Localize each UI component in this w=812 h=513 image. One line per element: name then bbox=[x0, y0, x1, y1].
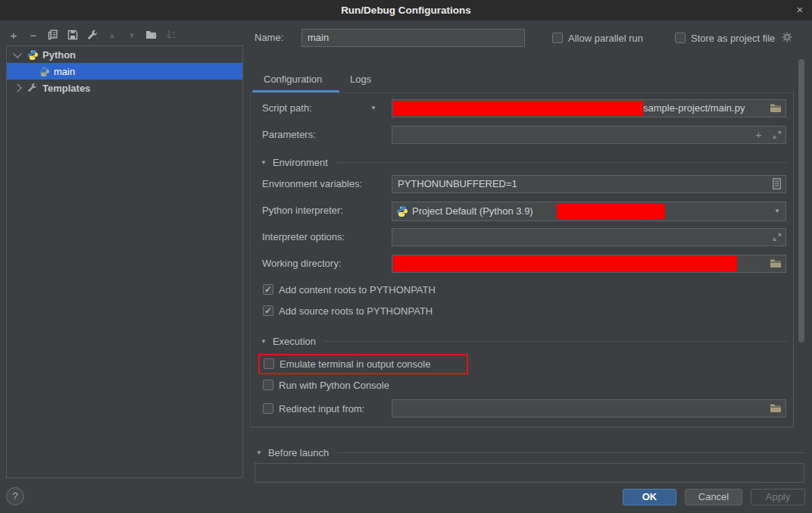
run-debug-configurations-dialog: Run/Debug Configurations × + − ▲ ▼ bbox=[0, 0, 812, 513]
emulate-terminal-row[interactable]: Emulate terminal in output console bbox=[264, 356, 430, 371]
collapse-triangle-icon[interactable]: ▼ bbox=[261, 338, 267, 345]
save-configuration-icon[interactable] bbox=[67, 29, 79, 41]
tree-item-label: Templates bbox=[42, 83, 90, 94]
run-with-python-console-row[interactable]: Run with Python Console bbox=[263, 377, 389, 393]
working-directory-redaction bbox=[393, 256, 737, 271]
parameters-input[interactable] bbox=[392, 126, 786, 144]
folder-icon[interactable] bbox=[770, 258, 782, 271]
python-interpreter-value: Project Default (Python 3.9) bbox=[412, 202, 533, 221]
sort-configurations-icon[interactable] bbox=[165, 29, 177, 41]
remove-configuration-icon[interactable]: − bbox=[27, 29, 39, 41]
collapse-triangle-icon[interactable]: ▼ bbox=[261, 159, 267, 166]
tab-configuration[interactable]: Configuration bbox=[264, 74, 322, 85]
script-path-label: Script path: bbox=[262, 99, 312, 117]
add-source-roots-label: Add source roots to PYTHONPATH bbox=[279, 305, 433, 317]
dialog-title: Run/Debug Configurations bbox=[0, 0, 812, 20]
macros-plus-icon[interactable]: + bbox=[755, 126, 762, 144]
chevron-down-icon[interactable]: ▼ bbox=[774, 202, 780, 221]
name-label: Name: bbox=[255, 29, 283, 47]
name-input[interactable]: main bbox=[301, 29, 525, 47]
collapse-triangle-icon[interactable]: ▼ bbox=[256, 449, 262, 456]
run-with-python-console-label: Run with Python Console bbox=[279, 380, 389, 391]
add-configuration-icon[interactable]: + bbox=[8, 29, 20, 41]
store-as-project-file-label: Store as project file bbox=[691, 33, 775, 44]
tree-toolbar: + − ▲ ▼ bbox=[8, 28, 177, 42]
close-icon[interactable]: × bbox=[793, 3, 807, 17]
chevron-down-icon[interactable] bbox=[13, 49, 21, 58]
gear-icon[interactable] bbox=[782, 32, 792, 45]
allow-parallel-run-label: Allow parallel run bbox=[568, 33, 643, 44]
store-as-project-file-checkbox[interactable] bbox=[675, 33, 686, 43]
python-icon bbox=[396, 205, 408, 220]
folder-icon[interactable] bbox=[770, 103, 782, 115]
add-content-roots-checkbox[interactable] bbox=[263, 284, 273, 295]
expand-field-icon[interactable] bbox=[773, 233, 782, 244]
tree-item-templates[interactable]: Templates bbox=[7, 80, 242, 96]
environment-variables-value: PYTHONUNBUFFERED=1 bbox=[392, 176, 785, 192]
store-as-project-file-row[interactable]: Store as project file bbox=[675, 29, 792, 47]
expand-field-icon[interactable] bbox=[773, 130, 782, 142]
move-down-icon[interactable]: ▼ bbox=[126, 29, 138, 41]
execution-section-header[interactable]: ▼ Execution bbox=[261, 335, 788, 347]
before-launch-section-title: Before launch bbox=[268, 447, 329, 458]
emulate-terminal-label: Emulate terminal in output console bbox=[280, 358, 430, 370]
folder-icon[interactable] bbox=[770, 403, 782, 415]
working-directory-label: Working directory: bbox=[262, 255, 342, 273]
run-with-python-console-checkbox[interactable] bbox=[263, 380, 273, 390]
environment-variables-label: Environment variables: bbox=[262, 175, 362, 193]
tab-logs[interactable]: Logs bbox=[350, 74, 371, 85]
scrollbar-thumb[interactable] bbox=[798, 59, 804, 343]
python-icon bbox=[27, 49, 39, 61]
wrench-icon bbox=[27, 83, 39, 94]
copy-configuration-icon[interactable] bbox=[47, 29, 59, 41]
tree-item-python[interactable]: Python bbox=[7, 46, 242, 63]
redirect-input-checkbox[interactable] bbox=[263, 403, 273, 414]
environment-section-title: Environment bbox=[273, 157, 328, 168]
environment-section-header[interactable]: ▼ Environment bbox=[261, 156, 788, 168]
python-interpreter-redaction bbox=[557, 204, 665, 219]
redirect-input-label: Redirect input from: bbox=[279, 403, 364, 414]
python-icon bbox=[39, 66, 50, 77]
add-source-roots-row[interactable]: Add source roots to PYTHONPATH bbox=[263, 303, 433, 318]
move-up-icon[interactable]: ▲ bbox=[106, 29, 118, 41]
title-bar: Run/Debug Configurations × bbox=[0, 0, 812, 20]
add-content-roots-row[interactable]: Add content roots to PYTHONPATH bbox=[263, 282, 436, 297]
script-path-dropdown-icon[interactable]: ▼ bbox=[370, 99, 376, 117]
redirect-input-row[interactable]: Redirect input from: bbox=[263, 401, 364, 416]
emulate-terminal-checkbox[interactable] bbox=[264, 358, 274, 369]
interpreter-options-input[interactable] bbox=[392, 228, 786, 246]
before-launch-task-list[interactable] bbox=[255, 463, 804, 483]
script-path-redaction bbox=[393, 101, 643, 116]
help-button[interactable]: ? bbox=[6, 487, 24, 505]
name-value: main bbox=[302, 30, 524, 46]
parameters-label: Parameters: bbox=[262, 126, 316, 144]
tree-item-label: Python bbox=[42, 49, 76, 61]
section-divider bbox=[336, 162, 788, 163]
apply-button[interactable]: Apply bbox=[751, 489, 805, 505]
browse-variables-icon[interactable] bbox=[773, 178, 781, 192]
section-divider bbox=[336, 452, 805, 453]
script-path-visible-value: sample-project/main.py bbox=[643, 99, 745, 117]
allow-parallel-run-row[interactable]: Allow parallel run bbox=[552, 29, 643, 47]
add-source-roots-checkbox[interactable] bbox=[263, 305, 273, 316]
add-content-roots-label: Add content roots to PYTHONPATH bbox=[279, 284, 436, 296]
python-interpreter-label: Python interpreter: bbox=[262, 202, 343, 220]
redirect-input-input[interactable] bbox=[392, 399, 786, 418]
tree-item-label: main bbox=[54, 66, 75, 77]
chevron-right-icon[interactable] bbox=[13, 83, 21, 92]
before-launch-section-header[interactable]: ▼ Before launch bbox=[256, 446, 805, 458]
execution-section-title: Execution bbox=[273, 336, 316, 347]
configurations-tree: Python main Templates bbox=[6, 45, 243, 478]
environment-variables-input[interactable]: PYTHONUNBUFFERED=1 bbox=[392, 175, 786, 193]
edit-templates-icon[interactable] bbox=[86, 29, 98, 41]
allow-parallel-run-checkbox[interactable] bbox=[552, 33, 563, 43]
new-folder-icon[interactable] bbox=[145, 29, 158, 41]
section-divider bbox=[323, 341, 788, 342]
tree-item-main[interactable]: main bbox=[7, 63, 242, 80]
ok-button[interactable]: OK bbox=[623, 489, 676, 505]
cancel-button[interactable]: Cancel bbox=[685, 489, 742, 505]
interpreter-options-label: Interpreter options: bbox=[262, 228, 345, 246]
